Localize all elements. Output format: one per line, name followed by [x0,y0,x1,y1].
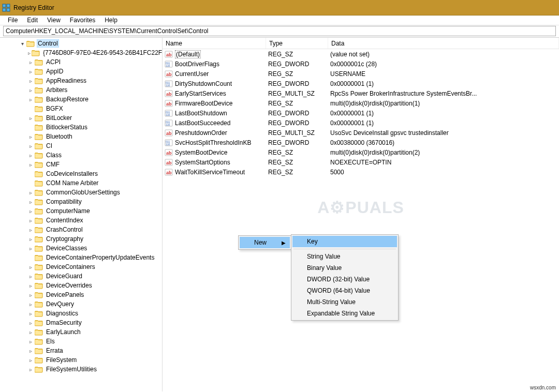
tree-item[interactable]: AppReadiness [0,76,162,85]
expander-icon[interactable] [28,69,34,74]
expander-icon[interactable] [28,87,34,93]
expander-icon[interactable] [28,339,34,344]
value-row[interactable]: 011110LastBootSucceededREG_DWORD0x000000… [163,118,559,128]
context-submenu-item[interactable]: DWORD (32-bit) Value [292,274,397,285]
tree-item[interactable]: Arbiters [0,85,162,95]
tree-item[interactable]: CoDeviceInstallers [0,169,162,178]
context-submenu-item[interactable]: Key [292,236,397,247]
menu-help[interactable]: Help [100,16,122,25]
expander-icon[interactable] [28,292,34,298]
tree-item[interactable]: CI [0,141,162,150]
tree-item[interactable]: ContentIndex [0,216,162,225]
tree-item[interactable]: COM Name Arbiter [0,178,162,188]
tree-item[interactable]: Bluetooth [0,132,162,141]
value-row[interactable]: ab(Default)REG_SZ(value not set) [163,49,559,59]
expander-icon[interactable] [28,78,34,84]
context-menu[interactable]: New ▶ [238,235,291,250]
expander-icon[interactable] [28,301,34,307]
col-data[interactable]: Data [328,38,559,49]
value-row[interactable]: 011110LastBootShutdownREG_DWORD0x0000000… [163,108,559,118]
tree-item[interactable]: DeviceContainerPropertyUpdateEvents [0,253,162,262]
value-row[interactable]: abCurrentUserREG_SZUSERNAME [163,69,559,79]
menu-edit[interactable]: Edit [22,16,42,25]
expander-icon[interactable] [20,41,25,47]
tree-item[interactable]: BackupRestore [0,95,162,104]
menu-view[interactable]: View [42,16,65,25]
tree-item[interactable]: FileSystem [0,355,162,365]
expander-icon[interactable] [28,264,34,270]
tree-item[interactable]: CrashControl [0,225,162,234]
tree-item[interactable]: BitLocker [0,113,162,123]
tree-item[interactable]: BGFX [0,104,162,113]
value-row[interactable]: 011110BootDriverFlagsREG_DWORD0x0000001c… [163,59,559,69]
tree-item[interactable]: Diagnostics [0,309,162,318]
expander-icon[interactable] [28,274,34,279]
expander-icon[interactable] [28,320,34,326]
expander-icon[interactable] [28,153,34,158]
expander-icon[interactable] [28,199,34,205]
tree-item[interactable]: CMF [0,160,162,169]
expander-icon[interactable] [28,190,34,195]
value-row[interactable]: 011110SvcHostSplitThresholdInKBREG_DWORD… [163,138,559,147]
expander-icon[interactable] [28,208,34,214]
tree-item[interactable]: {7746D80F-97E0-4E26-9543-26B41FC22F79} [0,48,162,57]
tree-item[interactable]: ComputerName [0,206,162,216]
expander-icon[interactable] [28,236,34,242]
expander-icon[interactable] [28,59,34,65]
context-submenu[interactable]: KeyString ValueBinary ValueDWORD (32-bit… [291,234,399,321]
tree-item[interactable]: DeviceOverrides [0,281,162,290]
tree-item[interactable]: Els [0,337,162,346]
expander-icon[interactable] [28,283,34,289]
value-row[interactable]: abSystemBootDeviceREG_SZmulti(0)disk(0)r… [163,147,559,157]
value-row[interactable]: abSystemStartOptionsREG_SZ NOEXECUTE=OPT… [163,157,559,167]
menu-file[interactable]: File [3,16,22,25]
expander-icon[interactable] [28,162,34,168]
tree-item[interactable]: DevQuery [0,299,162,309]
expander-icon[interactable] [28,227,34,233]
address-bar[interactable]: Computer\HKEY_LOCAL_MACHINE\SYSTEM\Curre… [3,26,556,36]
value-row[interactable]: abWaitToKillServiceTimeoutREG_SZ5000 [163,167,559,177]
tree-item[interactable]: AppID [0,67,162,76]
context-menu-new[interactable]: New ▶ [240,237,290,248]
tree-item[interactable]: EarlyLaunch [0,327,162,337]
expander-icon[interactable] [28,218,34,223]
value-row[interactable]: abPreshutdownOrderREG_MULTI_SZUsoSvc Dev… [163,128,559,138]
value-row[interactable]: 011110DirtyShutdownCountREG_DWORD0x00000… [163,79,559,88]
context-submenu-item[interactable]: Binary Value [292,262,397,274]
expander-icon[interactable] [28,115,34,121]
value-row[interactable]: abEarlyStartServicesREG_MULTI_SZRpcSs Po… [163,88,559,98]
tree-item[interactable]: BitlockerStatus [0,123,162,132]
expander-icon[interactable] [28,311,34,316]
expander-icon[interactable] [28,367,34,372]
expander-icon[interactable] [28,246,34,251]
expander-icon[interactable] [28,97,34,102]
values-pane[interactable]: Name Type Data ab(Default)REG_SZ(value n… [163,38,559,391]
tree-item[interactable]: DeviceGuard [0,272,162,281]
value-row[interactable]: abFirmwareBootDeviceREG_SZmulti(0)disk(0… [163,98,559,108]
expander-icon[interactable] [28,329,34,335]
expander-icon[interactable] [28,357,34,363]
tree-item[interactable]: DmaSecurity [0,318,162,327]
expander-icon[interactable] [28,348,34,354]
context-submenu-item[interactable]: QWORD (64-bit) Value [292,285,397,296]
tree-item[interactable]: Control [0,39,162,48]
tree-item[interactable]: Cryptography [0,234,162,244]
menu-favorites[interactable]: Favorites [65,16,100,25]
tree-item[interactable]: Class [0,150,162,160]
tree-item[interactable]: Compatibility [0,197,162,206]
tree-pane[interactable]: Control{7746D80F-97E0-4E26-9543-26B41FC2… [0,38,163,391]
context-submenu-item[interactable]: Expandable String Value [292,308,397,319]
tree-item[interactable]: ACPI [0,57,162,67]
context-submenu-item[interactable]: Multi-String Value [292,296,397,308]
tree-item[interactable]: CommonGlobUserSettings [0,188,162,197]
expander-icon[interactable] [28,143,34,149]
tree-item[interactable]: DeviceClasses [0,244,162,253]
context-submenu-item[interactable]: String Value [292,251,397,262]
expander-icon[interactable] [28,134,34,140]
tree-item[interactable]: Errata [0,346,162,355]
expander-icon[interactable] [28,50,31,56]
tree-item[interactable]: FileSystemUtilities [0,365,162,374]
tree-item[interactable]: DevicePanels [0,290,162,299]
col-name[interactable]: Name [163,38,266,49]
col-type[interactable]: Type [266,38,328,49]
